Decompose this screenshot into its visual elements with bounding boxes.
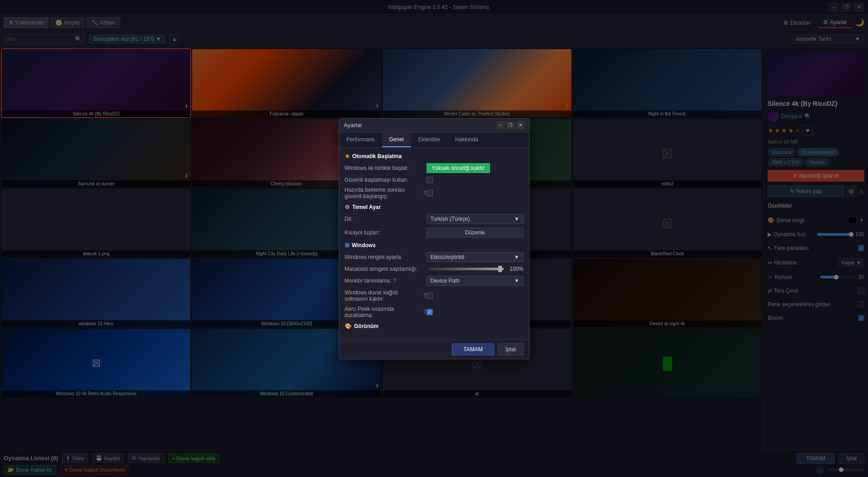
desktop-opacity-slider[interactable] [428,268,504,270]
secure-start-row: Güvenli başlatmayı kullan: [345,177,524,183]
modal-footer: TAMAM İptal [339,339,529,359]
remove-wallpaper-control [427,293,524,299]
language-row: Dil: Turkish (Türkçe) ▼ [345,214,524,224]
language-control: Turkish (Türkçe) ▼ [427,214,524,224]
dropdown-arrow-icon: ▼ [514,254,520,260]
safe-sleep-control [427,190,524,196]
tab-performans-label: Performans [347,136,375,143]
monitor-help-icon: ? [393,278,396,284]
language-value: Turkish (Türkçe) [431,216,470,222]
windows-color-control: Etkisizleştirildi ▼ [427,252,524,262]
windows-title: Windows [352,242,376,248]
monitor-id-row: Monitör tanımlama: ? Device Path ▼ [345,276,524,286]
dropdown-arrow-icon: ▼ [514,216,520,222]
priority-button[interactable]: Yüksek önceliği kaldır [427,163,490,173]
monitor-id-control: Device Path ▼ [427,276,524,286]
tab-genel[interactable]: Genel [382,133,411,147]
language-dropdown[interactable]: Turkish (Türkçe) ▼ [427,214,524,224]
tab-eklentiler-label: Eklentiler [418,136,441,143]
shortcuts-label: Kısayol tuşları: [345,229,427,236]
shortcuts-edit-button[interactable]: Düzenle [427,228,524,238]
tab-genel-label: Genel [389,136,404,143]
windows-color-value: Etkisizleştirildi [431,254,465,260]
windows-start-label: Windows ile birlikte başlat: [345,165,427,171]
appearance-section: 🎨 Görünüm [345,323,524,329]
basic-setting-title: Temel Ayar [352,204,381,210]
aero-peek-label: Aero Peek sırasında duraklatma: ? [345,306,427,318]
tab-hakkinda[interactable]: Hakkında [448,133,486,147]
remove-wallpaper-row: Windows duvar kağıdı solmasını kaldır: ? [345,289,524,302]
modal-overlay[interactable]: Ayarlar − ❐ ✕ Performans Genel Eklentile… [0,0,868,477]
windows-color-row: Windows rengini ayarla: Etkisizleştirild… [345,252,524,262]
windows-icon: ⊞ [345,242,349,248]
auto-start-header: ★ Otomatik Başlatma [345,153,524,159]
modal-cancel-button[interactable]: İptal [498,343,524,355]
aero-peek-help-icon: ? [423,309,427,315]
modal-ok-button[interactable]: TAMAM [452,343,494,355]
modal-close-button[interactable]: ✕ [516,121,525,129]
monitor-id-label: Monitör tanımlama: ? [345,278,427,284]
secure-start-label: Güvenli başlatmayı kullan: [345,177,427,183]
basic-setting-header: ⚙ Temel Ayar [345,204,524,210]
modal-titlebar: Ayarlar − ❐ ✕ [339,119,529,133]
settings-modal: Ayarlar − ❐ ✕ Performans Genel Eklentile… [339,118,530,359]
desktop-opacity-label: Masaüstü simgesi saydamlığı: [345,266,427,272]
gear-icon: ⚙ [345,204,350,210]
windows-start-row: Windows ile birlikte başlat: Yüksek önce… [345,163,524,173]
modal-minimize-button[interactable]: − [496,121,505,129]
help-icon: ? [423,190,427,196]
modal-title: Ayarlar [344,122,362,129]
appearance-header: 🎨 Görünüm [345,323,524,329]
safe-sleep-checkbox[interactable] [427,190,433,196]
safe-sleep-row: Hazırda bekleme sonrası güvenli başlangı… [345,187,524,199]
tab-eklentiler[interactable]: Eklentiler [411,133,448,147]
aero-peek-checkbox[interactable]: ✓ [427,309,433,315]
windows-header: ⊞ Windows [345,242,524,248]
appearance-icon: 🎨 [345,323,352,329]
secure-start-checkbox[interactable] [427,177,433,183]
star-icon: ★ [345,153,350,159]
desktop-opacity-row: Masaüstü simgesi saydamlığı: 100% [345,266,524,272]
secure-start-control [427,177,524,183]
modal-restore-button[interactable]: ❐ [506,121,515,129]
windows-section: ⊞ Windows Windows rengini ayarla: Etkisi… [345,242,524,318]
shortcuts-row: Kısayol tuşları: Düzenle [345,228,524,238]
language-label: Dil: [345,216,427,222]
basic-setting-section: ⚙ Temel Ayar Dil: Turkish (Türkçe) ▼ Kıs… [345,204,524,238]
auto-start-section: ★ Otomatik Başlatma Windows ile birlikte… [345,153,524,199]
remove-wallpaper-help-icon: ? [423,293,427,299]
remove-wallpaper-label: Windows duvar kağıdı solmasını kaldır: ? [345,289,427,302]
shortcuts-control: Düzenle [427,228,524,238]
auto-start-title: Otomatik Başlatma [352,153,402,159]
windows-color-label: Windows rengini ayarla: [345,254,427,260]
safe-sleep-label: Hazırda bekleme sonrası güvenli başlangı… [345,187,427,199]
monitor-id-value: Device Path [431,278,460,284]
modal-tabs: Performans Genel Eklentiler Hakkında [339,133,529,148]
aero-peek-row: Aero Peek sırasında duraklatma: ? ✓ [345,306,524,318]
dropdown-arrow-icon: ▼ [514,278,520,284]
monitor-id-dropdown[interactable]: Device Path ▼ [427,276,524,286]
remove-wallpaper-checkbox[interactable] [427,293,433,299]
tab-hakkinda-label: Hakkında [455,136,478,143]
desktop-opacity-value: 100% [507,266,524,272]
modal-controls: − ❐ ✕ [496,121,525,129]
tab-performans[interactable]: Performans [339,133,382,147]
modal-body: ★ Otomatik Başlatma Windows ile birlikte… [339,148,529,339]
desktop-opacity-control: 100% [427,266,524,272]
aero-peek-control: ✓ [427,309,524,315]
appearance-title: Görünüm [354,323,379,329]
windows-start-control: Yüksek önceliği kaldır [427,163,524,173]
windows-color-dropdown[interactable]: Etkisizleştirildi ▼ [427,252,524,262]
